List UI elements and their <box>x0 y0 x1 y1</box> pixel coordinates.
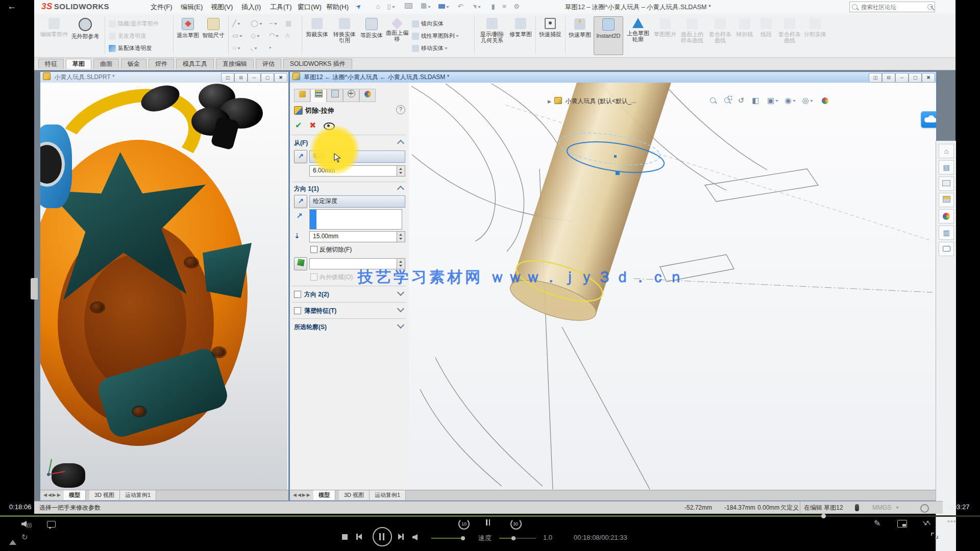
notes-pencil-icon[interactable]: ✎ <box>874 518 880 528</box>
status-units[interactable]: MMGS <box>872 502 891 514</box>
search-options-caret[interactable] <box>930 6 933 8</box>
trim-entities-button[interactable]: 剪裁实体 <box>305 16 329 54</box>
previous-view-icon[interactable]: ↺ <box>735 95 747 106</box>
eject-icon[interactable] <box>9 535 16 545</box>
loop-icon[interactable]: ↻ <box>21 533 28 542</box>
options-gear-icon[interactable]: ⚙ <box>512 3 521 11</box>
from-combo[interactable]: 等距 <box>309 151 405 163</box>
view-palette-icon[interactable] <box>939 193 954 207</box>
instant2d-button[interactable]: Instant2D <box>594 16 623 55</box>
assembly-split-horizontal-button[interactable]: ◫ <box>869 73 882 83</box>
new-document-icon[interactable]: ▯ <box>386 3 396 11</box>
shrink-screen-icon[interactable]: ↘↖ <box>922 519 932 527</box>
shaded-sketch-contours-button[interactable]: 上色草图轮廓 <box>625 16 651 54</box>
flip-side-checkbox[interactable] <box>310 246 317 253</box>
direction1-selection-box[interactable] <box>309 209 402 230</box>
tab-sheet-metal[interactable]: 钣金 <box>121 59 146 69</box>
section-view-icon[interactable]: ◧ <box>749 95 762 106</box>
pm-cancel-button[interactable]: ✖ <box>309 120 316 130</box>
volume-icon[interactable]: ))) <box>21 521 32 529</box>
tab-features[interactable]: 特征 <box>38 59 64 69</box>
segment-button[interactable]: 线段 <box>757 16 775 54</box>
part-window-titlebar[interactable]: 小黄人玩具.SLDPRT * ◫ ⊟ ─ ▢ ✖ <box>40 72 288 83</box>
from-offset-spinner[interactable] <box>397 166 405 176</box>
zoom-area-icon[interactable] <box>721 95 733 106</box>
linear-pattern-row[interactable]: 线性草图阵列 <box>412 30 459 41</box>
search-input[interactable] <box>860 3 918 11</box>
pause-small-icon[interactable] <box>486 519 490 527</box>
direction2-checkbox[interactable] <box>294 291 301 298</box>
fillet-tool-icon[interactable]: ◟ <box>251 42 266 54</box>
forum-icon[interactable] <box>939 242 954 256</box>
part-minimize-button[interactable]: ─ <box>248 73 261 83</box>
rebuild-icon[interactable]: ▮ <box>488 3 498 11</box>
draft-button[interactable] <box>294 257 307 270</box>
tab-solidworks-addins[interactable]: SOLIDWORKS 插件 <box>283 59 352 69</box>
assembly-tab-model[interactable]: 模型 <box>313 490 335 500</box>
tan-cylinder[interactable] <box>506 83 686 329</box>
pm-tab-featuremanager[interactable] <box>294 89 310 102</box>
part-window[interactable]: 小黄人玩具.SLDPRT * ◫ ⊟ ─ ▢ ✖ <box>40 71 289 501</box>
selected-contours-expand-chevron[interactable] <box>397 321 404 329</box>
rapid-sketch-button[interactable]: 快速草图 <box>568 16 592 54</box>
from-direction-button[interactable]: ↗ <box>294 150 307 163</box>
pm-tab-displaymanager[interactable] <box>359 89 376 102</box>
depth-spinner[interactable] <box>397 232 405 242</box>
next-button[interactable] <box>398 534 404 541</box>
assembly-transparency-row[interactable]: 装配体透明度 <box>109 42 152 54</box>
move-entities-row[interactable]: 移动实体 <box>412 42 448 54</box>
seek-bar[interactable] <box>0 515 980 517</box>
play-pause-button[interactable] <box>373 527 392 546</box>
home-icon[interactable]: ⌂ <box>374 3 383 11</box>
thin-feature-checkbox[interactable] <box>294 307 301 314</box>
appearances-scenes-icon[interactable] <box>939 209 954 223</box>
design-library-icon[interactable]: ▤ <box>939 160 954 174</box>
subtitle-icon[interactable] <box>47 521 56 529</box>
assembly-tab-motion-study[interactable]: 运动算例1 <box>370 490 406 500</box>
view-orientation-icon[interactable]: ▣ <box>767 95 779 106</box>
line-tool-icon[interactable]: ╱ <box>232 18 248 29</box>
hide-show-items-icon[interactable]: ◎ <box>801 95 814 106</box>
pm-tab-dimxpertmanager[interactable] <box>343 89 359 102</box>
seek-playhead[interactable] <box>821 514 826 518</box>
sketch-point-handle[interactable] <box>616 171 620 175</box>
pm-section-direction2[interactable]: 方向 2(2) <box>304 290 329 299</box>
spline-on-surface-button[interactable]: 曲面上的样条曲线 <box>678 16 706 54</box>
split-entities-button[interactable]: 分割实体 <box>804 16 826 54</box>
display-style-icon[interactable]: ◉ <box>784 95 796 106</box>
drag-upload-button[interactable]: 拖拽上传 <box>921 111 936 128</box>
text-tool-icon[interactable]: A <box>285 30 301 41</box>
stop-button[interactable] <box>342 534 348 540</box>
feature-tree-flyout[interactable]: ▶ 小黄人玩具 (默认<默认_... <box>548 97 636 106</box>
sw-resources-icon[interactable]: ⌂ <box>939 144 954 158</box>
save-icon[interactable] <box>420 3 431 11</box>
volume-slider[interactable] <box>431 538 464 539</box>
assembly-tab-3dviews[interactable]: 3D 视图 <box>339 490 370 500</box>
offset-entities-button[interactable]: 等距实体 <box>360 16 383 54</box>
display-delete-relations-button[interactable]: 显示/删除几何关系 <box>477 16 507 54</box>
convert-entities-button[interactable]: 转换实体引用 <box>331 16 358 54</box>
no-external-ref-button[interactable]: 无外部参考 <box>70 16 101 54</box>
direction1-collapse-chevron[interactable] <box>397 186 404 193</box>
status-performance-icon[interactable] <box>920 504 929 513</box>
tree-expand-arrow[interactable]: ▶ <box>548 99 551 104</box>
undo-icon[interactable]: ↶ <box>456 3 465 11</box>
fit-spline-button[interactable]: 套合样条曲线 <box>708 16 732 54</box>
change-transparency-row[interactable]: 更改透明度 <box>109 30 146 41</box>
open-file-icon[interactable] <box>403 3 414 11</box>
menu-tools[interactable]: 工具(T) <box>270 3 292 12</box>
select-arrow-icon[interactable] <box>472 3 482 11</box>
part-split-vertical-button[interactable]: ⊟ <box>234 73 248 83</box>
fit-spline2-button[interactable]: 套合样条曲线 <box>777 16 802 54</box>
left-panel-handle[interactable] <box>31 278 38 299</box>
pm-tab-propertymanager[interactable] <box>310 89 327 102</box>
tab-surfaces[interactable]: 曲面 <box>93 59 119 69</box>
pm-section-selected-contours[interactable]: 所选轮廓(S) <box>294 323 327 332</box>
file-properties-icon[interactable]: ≡ <box>500 3 509 11</box>
ellipse-tool-icon[interactable]: ○ <box>232 42 248 54</box>
rectangle-tool-icon[interactable]: ▭ <box>232 30 248 41</box>
replay-10-icon[interactable]: 10 <box>458 518 470 530</box>
speed-slider[interactable] <box>499 538 536 539</box>
pm-section-thin-feature[interactable]: 薄壁特征(T) <box>304 307 336 315</box>
pm-ok-button[interactable]: ✔ <box>295 120 302 130</box>
